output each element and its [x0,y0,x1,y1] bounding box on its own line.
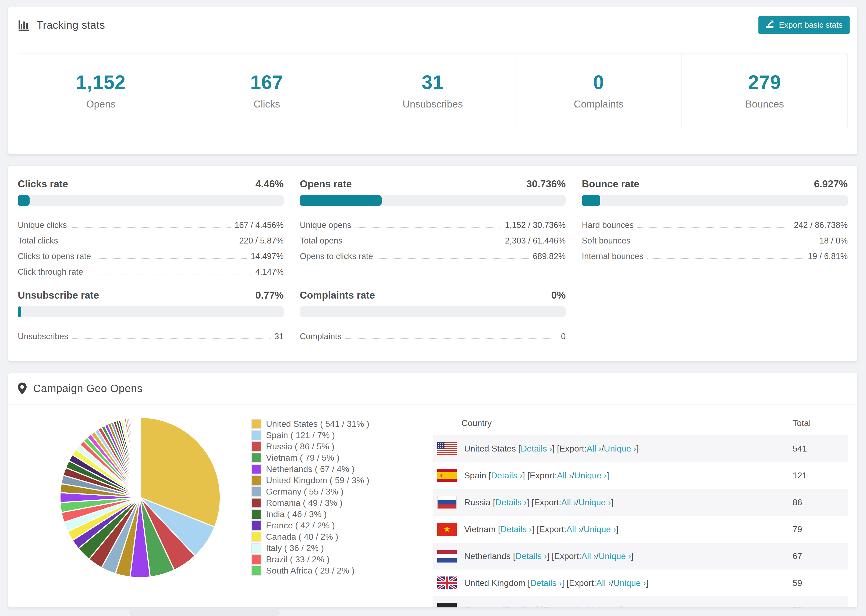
rates-card: Clicks rate 4.46% Unique clicks 167 / 4.… [8,165,857,361]
export-unique-link[interactable]: Unique › [587,605,620,608]
stat-value: 167 [250,71,283,93]
scrollbar-artifact [129,609,280,616]
stat-value: 0 [593,71,604,93]
legend-item-spain[interactable]: Spain ( 121 / 7% ) [252,429,386,441]
legend-swatch [252,555,261,564]
rate-row-value: 1,152 / 30.736% [505,220,566,231]
flag-de-icon [437,603,457,608]
export-basic-stats-button[interactable]: Export basic stats [759,16,850,34]
details-link[interactable]: Details › [521,444,552,454]
summary-stat-clicks: 167 Clicks [184,53,350,128]
legend-swatch [252,442,261,451]
progress-bar-fill [18,195,30,206]
rate-row-value: 689.82% [533,251,565,262]
legend-item-canada[interactable]: Canada ( 40 / 2% ) [252,531,386,542]
bar-chart-icon [18,19,30,31]
export-all-link[interactable]: All › [587,444,601,454]
export-unique-link[interactable]: Unique › [599,551,631,561]
rate-row-label: Clicks to opens rate [18,251,91,262]
geo-table-row-gb: United Kingdom [Details ›] [Export: All … [433,569,848,596]
legend-item-romania[interactable]: Romania ( 49 / 3% ) [252,497,386,509]
export-unique-link[interactable]: Unique › [604,444,636,454]
rate-row-label: Click through rate [18,267,83,277]
rate-block-bounce-rate: Bounce rate 6.927% Hard bounces 242 / 86… [582,178,848,277]
legend-item-south-africa[interactable]: South Africa ( 29 / 2% ) [252,565,386,576]
geo-content: United States ( 541 / 31% ) Spain ( 121 … [8,405,857,608]
dotted-leader [634,243,816,243]
legend-item-united-states[interactable]: United States ( 541 / 31% ) [252,418,386,429]
details-link[interactable]: Details › [530,578,562,588]
rate-row: Unsubscribes 31 [18,326,284,342]
export-button-label: Export basic stats [779,20,842,30]
progress-bar [582,195,848,206]
details-link[interactable]: Details › [495,498,527,508]
flag-nl-icon [437,550,457,563]
flag-ru-icon [437,496,457,509]
export-all-link[interactable]: All › [596,578,611,588]
details-link[interactable]: Details › [515,551,547,561]
rate-row: Unique opens 1,152 / 30.736% [300,215,566,231]
details-link[interactable]: Details › [504,605,536,608]
rate-row-label: Complaints [300,332,342,342]
rate-row-value: 19 / 6.81% [808,251,848,262]
legend-item-france[interactable]: France ( 42 / 2% ) [252,520,386,531]
legend-label: United Kingdom ( 59 / 3% ) [266,475,369,486]
stat-value: 279 [748,71,781,93]
progress-bar-fill [18,306,21,317]
legend-item-vietnam[interactable]: Vietnam ( 79 / 5% ) [252,452,386,464]
country-name: Vietnam [464,524,496,534]
legend-item-russia[interactable]: Russia ( 86 / 5% ) [252,441,386,452]
geo-table-body: United States [Details ›] [Export: All ›… [433,435,848,608]
legend-item-netherlands[interactable]: Netherlands ( 67 / 4% ) [252,464,386,475]
export-all-link[interactable]: All › [581,551,596,561]
dotted-leader [377,258,529,259]
legend-swatch [252,465,261,473]
dotted-leader [87,274,252,274]
geo-header: Campaign Geo Opens [8,372,857,405]
export-all-link[interactable]: All › [570,605,585,608]
export-unique-link[interactable]: Unique › [584,524,616,534]
rate-title: Bounce rate [582,178,639,190]
country-name: Russia [464,498,491,508]
rate-row: Opens to clicks rate 689.82% [300,246,566,262]
rate-block-opens-rate: Opens rate 30.736% Unique opens 1,152 / … [300,178,566,277]
geo-title: Campaign Geo Opens [33,382,143,394]
country-total: 86 [793,498,848,508]
geo-table-row-ru: Russia [Details ›] [Export: All › / Uniq… [433,489,848,516]
export-all-link[interactable]: All › [561,498,576,508]
rate-row-value: 220 / 5.87% [239,236,283,246]
export-unique-link[interactable]: Unique › [578,498,611,508]
legend-label: United States ( 541 / 31% ) [266,419,369,429]
summary-stat-complaints: 0 Complaints [516,53,682,128]
country-total: 121 [793,471,848,481]
country-total: 541 [793,444,848,454]
legend-item-italy[interactable]: Italy ( 36 / 2% ) [252,542,386,554]
rate-block-complaints-rate: Complaints rate 0% Complaints 0 [300,290,566,342]
details-link[interactable]: Details › [501,524,532,534]
rate-percentage: 0.77% [255,290,284,301]
pie-svg[interactable] [51,409,229,586]
legend-swatch [252,566,261,575]
export-unique-link[interactable]: Unique › [614,578,646,588]
legend-item-brazil[interactable]: Brazil ( 33 / 2% ) [252,554,386,565]
legend-swatch [252,476,261,485]
rate-row-label: Internal bounces [582,251,643,262]
geo-pie-chart[interactable] [51,409,229,586]
rate-row: Hard bounces 242 / 86.738% [582,215,848,231]
export-all-link[interactable]: All › [567,524,581,534]
legend-item-india[interactable]: India ( 46 / 3% ) [252,509,386,520]
legend-item-united-kingdom[interactable]: United Kingdom ( 59 / 3% ) [252,475,386,486]
export-unique-link[interactable]: Unique › [574,471,607,481]
rate-row-value: 167 / 4.456% [235,220,284,231]
dotted-leader [62,243,235,243]
details-link[interactable]: Details › [491,471,523,481]
export-all-link[interactable]: All › [557,471,572,481]
country-total: 79 [793,524,848,534]
legend-item-germany[interactable]: Germany ( 55 / 3% ) [252,486,386,497]
tracking-stats-header: Tracking stats Export basic stats [8,7,857,43]
rates-grid: Clicks rate 4.46% Unique clicks 167 / 4.… [8,165,857,342]
legend-swatch [252,533,261,541]
rate-percentage: 30.736% [526,178,565,190]
rate-title: Unsubscribe rate [18,290,99,301]
legend-label: Vietnam ( 79 / 5% ) [266,453,339,463]
